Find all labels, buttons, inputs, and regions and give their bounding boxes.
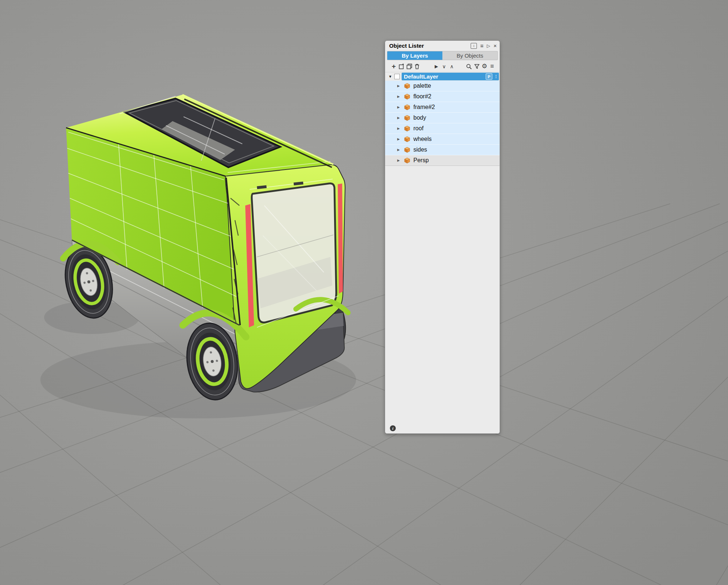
layer-row[interactable]: ▶ floor#2 — [385, 91, 500, 102]
layer-name: sides — [413, 146, 427, 153]
layer-row[interactable]: ▶ sides — [385, 145, 500, 155]
layer-cube-icon — [404, 93, 410, 100]
layer-row[interactable]: ▶ roof — [385, 123, 500, 134]
expand-caret-icon[interactable]: ▶ — [397, 84, 401, 88]
layer-name: roof — [413, 125, 424, 132]
panel-title: Object Lister — [389, 43, 424, 49]
settings-gear-icon[interactable]: ⚙ — [481, 63, 488, 70]
panel-titlebar[interactable]: Object Lister ↕ ≡ ▷ × — [385, 41, 500, 51]
tab-by-objects[interactable]: By Objects — [442, 51, 497, 60]
viewport-3d[interactable] — [0, 0, 728, 585]
panel-statusbar: i — [385, 423, 500, 433]
layer-cube-icon — [404, 146, 410, 153]
layer-name: body — [413, 115, 426, 121]
collapse-caret-icon[interactable]: ▼ — [388, 75, 392, 79]
layer-visibility-checkbox[interactable] — [394, 74, 400, 79]
layer-row[interactable]: ▶ palette — [385, 81, 500, 91]
expand-all-button[interactable]: ∧ — [448, 63, 456, 70]
layer-name: Persp — [413, 157, 429, 164]
expand-caret-icon[interactable]: ▶ — [397, 105, 401, 109]
expand-caret-icon[interactable]: ▶ — [397, 137, 401, 141]
layer-row[interactable]: ▶ frame#2 — [385, 102, 500, 113]
root-layer-selection[interactable]: DefaultLayer P ⁞ — [402, 73, 499, 80]
root-layer-name: DefaultLayer — [404, 73, 483, 80]
info-icon[interactable]: i — [390, 425, 396, 431]
tab-by-layers[interactable]: By Layers — [387, 51, 442, 60]
expand-caret-icon[interactable]: ▶ — [397, 159, 401, 162]
new-sublayer-button[interactable] — [398, 63, 405, 69]
root-layer-row[interactable]: ▼ DefaultLayer P ⁞ — [385, 72, 500, 81]
layer-name: palette — [413, 83, 431, 89]
menu-icon[interactable]: ≡ — [480, 43, 483, 48]
expand-caret-icon[interactable]: ▶ — [397, 95, 401, 98]
layer-tree: ▼ DefaultLayer P ⁞ ▶ palette ▶ floor#2 ▶ — [385, 72, 500, 166]
object-lister-panel: Object Lister ↕ ≡ ▷ × By Layers By Objec… — [385, 40, 500, 434]
layer-toolbar: + ▶ ∨ ∧ ⚙ ≡ — [385, 61, 500, 72]
layer-cube-icon — [404, 83, 410, 89]
detach-icon[interactable]: ▷ — [487, 43, 490, 48]
expand-caret-icon[interactable]: ▶ — [397, 116, 401, 120]
layer-row[interactable]: ▶ body — [385, 113, 500, 123]
layer-row[interactable]: ▶ Persp — [385, 155, 500, 166]
expand-caret-icon[interactable]: ▶ — [397, 127, 401, 130]
panel-tabs: By Layers By Objects — [387, 51, 498, 60]
delete-layer-button[interactable] — [413, 63, 421, 69]
dock-icon[interactable]: ↕ — [471, 43, 477, 49]
layer-name: frame#2 — [413, 104, 435, 110]
layer-name: wheels — [413, 136, 432, 142]
layer-cube-icon — [404, 115, 410, 121]
layer-cube-icon — [404, 157, 410, 164]
toolbar-menu-icon[interactable]: ≡ — [488, 63, 496, 70]
perspective-badge: P — [486, 73, 492, 80]
panel-empty-area — [385, 166, 500, 423]
close-icon[interactable]: × — [493, 43, 497, 48]
add-layer-button[interactable]: + — [390, 63, 398, 70]
expand-caret-icon[interactable]: ▶ — [397, 148, 401, 152]
layer-cube-icon — [404, 104, 410, 110]
copy-layer-button[interactable] — [405, 63, 413, 69]
layer-cube-icon — [404, 136, 410, 142]
grip-icon: ⁞ — [495, 74, 497, 79]
expand-selected-button[interactable]: ▶ — [432, 63, 440, 70]
filter-icon[interactable] — [473, 63, 481, 69]
collapse-all-button[interactable]: ∨ — [440, 63, 448, 70]
layer-name: floor#2 — [413, 93, 431, 100]
search-icon[interactable] — [465, 63, 473, 70]
layer-cube-icon — [404, 125, 410, 132]
layer-row[interactable]: ▶ wheels — [385, 134, 500, 145]
